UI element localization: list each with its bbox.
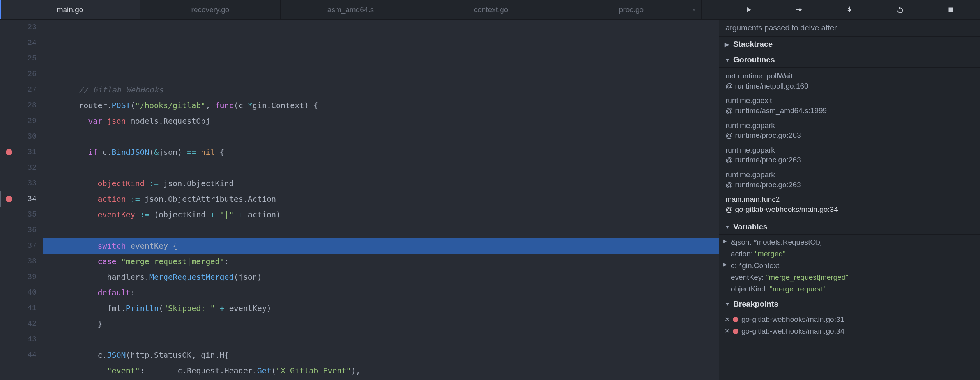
chevron-right-icon: ▶ bbox=[725, 41, 730, 48]
variable-value: *gin.Context bbox=[739, 261, 780, 270]
breakpoint-location: go-gitlab-webhooks/main.go:34 bbox=[741, 327, 844, 336]
line-number[interactable]: 25 bbox=[0, 51, 43, 66]
line-number[interactable]: 33 bbox=[0, 176, 43, 191]
line-number[interactable]: 31 bbox=[0, 144, 43, 160]
tab-recovery-go[interactable]: recovery.go bbox=[140, 0, 281, 19]
breakpoints-list: ✕go-gitlab-webhooks/main.go:31✕go-gitlab… bbox=[719, 312, 980, 339]
goroutine-item[interactable]: main.main.func2@ go-gitlab-webhooks/main… bbox=[719, 193, 980, 217]
line-number[interactable]: 35 bbox=[0, 207, 43, 222]
line-number[interactable]: 38 bbox=[0, 254, 43, 269]
code-line[interactable]: handlers.MergeRequestMerged(json) bbox=[43, 269, 719, 285]
code-line[interactable]: "event_key": eventKey, bbox=[43, 378, 719, 380]
tab-context-go[interactable]: context.go bbox=[421, 0, 561, 19]
goroutine-item[interactable]: runtime.gopark@ runtime/proc.go:263 bbox=[719, 119, 980, 144]
line-number[interactable]: 29 bbox=[0, 113, 43, 129]
line-number[interactable]: 37 bbox=[0, 238, 43, 254]
variable-row[interactable]: ▶&json: *models.RequestObj bbox=[719, 236, 980, 248]
remove-breakpoint-icon[interactable]: ✕ bbox=[725, 316, 730, 323]
code-line[interactable]: eventKey := (objectKind + "|" + action) bbox=[43, 207, 719, 222]
svg-rect-0 bbox=[949, 7, 953, 12]
variable-value: "merged" bbox=[755, 250, 785, 258]
tab-label: main.go bbox=[57, 5, 83, 14]
close-icon[interactable]: × bbox=[692, 6, 696, 13]
code-line[interactable]: default: bbox=[43, 285, 719, 300]
variables-header[interactable]: ▼ Variables bbox=[719, 219, 980, 235]
line-number[interactable]: 32 bbox=[0, 160, 43, 176]
code-line[interactable]: action := json.ObjectAttributes.Action bbox=[43, 191, 719, 207]
line-number[interactable]: 39 bbox=[0, 269, 43, 285]
line-number[interactable]: 34 bbox=[0, 191, 43, 207]
gutter: 2324252627282930313233343536373839404142… bbox=[0, 20, 43, 380]
stacktrace-label: Stacktrace bbox=[733, 40, 773, 49]
line-number[interactable]: 23 bbox=[0, 20, 43, 35]
code-line[interactable] bbox=[43, 222, 719, 238]
variable-name: eventKey: bbox=[731, 273, 764, 282]
goroutine-item[interactable]: runtime.gopark@ runtime/proc.go:263 bbox=[719, 168, 980, 193]
code-line[interactable]: // Gitlab WebHooks bbox=[43, 82, 719, 98]
code-line[interactable]: case "merge_request|merged": bbox=[43, 254, 719, 269]
goroutine-item[interactable]: runtime.gopark@ runtime/proc.go:263 bbox=[719, 144, 980, 168]
code-line[interactable]: "event": c.Request.Header.Get("X-Gitlab-… bbox=[43, 363, 719, 378]
code-line[interactable] bbox=[43, 129, 719, 144]
line-number[interactable]: 44 bbox=[0, 347, 43, 363]
line-number[interactable]: 30 bbox=[0, 129, 43, 144]
debug-args-info: arguments passed to delve after -- bbox=[719, 20, 980, 37]
goroutine-item[interactable]: net.runtime_pollWait@ runtime/netpoll.go… bbox=[719, 69, 980, 94]
line-number[interactable]: 27 bbox=[0, 82, 43, 98]
variable-row[interactable]: action: "merged" bbox=[719, 248, 980, 260]
breakpoints-label: Breakpoints bbox=[733, 300, 778, 309]
goroutines-label: Goroutines bbox=[733, 55, 775, 64]
chevron-down-icon: ▼ bbox=[725, 224, 730, 230]
variable-row[interactable]: ▶c: *gin.Context bbox=[719, 260, 980, 272]
code-line[interactable] bbox=[43, 160, 719, 176]
code-line[interactable]: var json models.RequestObj bbox=[43, 113, 719, 129]
line-number[interactable]: 41 bbox=[0, 300, 43, 316]
code-line[interactable]: if c.BindJSON(&json) == nil { bbox=[43, 144, 719, 160]
line-number[interactable]: 28 bbox=[0, 98, 43, 113]
breakpoint-location: go-gitlab-webhooks/main.go:31 bbox=[741, 315, 844, 324]
line-number[interactable]: 40 bbox=[0, 285, 43, 300]
line-number[interactable]: 24 bbox=[0, 35, 43, 51]
code-line[interactable]: c.JSON(http.StatusOK, gin.H{ bbox=[43, 347, 719, 363]
code-line[interactable] bbox=[43, 66, 719, 82]
code-line[interactable]: } bbox=[43, 316, 719, 332]
chevron-right-icon[interactable]: ▶ bbox=[723, 238, 729, 247]
code-line[interactable]: fmt.Println("Skipped: " + eventKey) bbox=[43, 300, 719, 316]
debug-panel: arguments passed to delve after -- ▶ Sta… bbox=[719, 0, 980, 380]
breakpoint-dot-icon bbox=[733, 317, 738, 322]
chevron-down-icon: ▼ bbox=[725, 57, 730, 63]
line-number[interactable]: 42 bbox=[0, 316, 43, 332]
restart-button[interactable] bbox=[892, 4, 908, 16]
line-number[interactable]: 26 bbox=[0, 66, 43, 82]
code-line[interactable]: router.POST("/hooks/gitlab", func(c *gin… bbox=[43, 98, 719, 113]
tab-asm_amd64-s[interactable]: asm_amd64.s bbox=[281, 0, 421, 19]
variable-row[interactable]: objectKind: "merge_request" bbox=[719, 283, 980, 295]
debug-toolbar bbox=[719, 0, 980, 20]
step-into-button[interactable] bbox=[842, 4, 857, 16]
code-line[interactable]: switch eventKey { bbox=[43, 238, 719, 254]
goroutine-item[interactable]: runtime.goexit@ runtime/asm_amd64.s:1999 bbox=[719, 94, 980, 119]
breakpoints-header[interactable]: ▼ Breakpoints bbox=[719, 297, 980, 312]
tab-bar: main.gorecovery.goasm_amd64.scontext.gop… bbox=[0, 0, 719, 20]
chevron-down-icon: ▼ bbox=[725, 301, 730, 307]
code-line[interactable]: objectKind := json.ObjectKind bbox=[43, 176, 719, 191]
tab-main-go[interactable]: main.go bbox=[0, 0, 140, 19]
line-number[interactable]: 43 bbox=[0, 332, 43, 347]
chevron-right-icon[interactable]: ▶ bbox=[723, 261, 729, 270]
remove-breakpoint-icon[interactable]: ✕ bbox=[725, 327, 730, 335]
code-line[interactable] bbox=[43, 332, 719, 347]
breakpoint-row[interactable]: ✕go-gitlab-webhooks/main.go:34 bbox=[719, 325, 980, 337]
variables-label: Variables bbox=[733, 222, 768, 231]
tab-proc-go[interactable]: proc.go× bbox=[561, 0, 702, 19]
breakpoint-dot-icon bbox=[733, 329, 738, 334]
step-over-button[interactable] bbox=[791, 4, 807, 16]
line-number[interactable]: 36 bbox=[0, 222, 43, 238]
code-area[interactable]: // Gitlab WebHooks router.POST("/hooks/g… bbox=[43, 20, 719, 380]
continue-button[interactable] bbox=[741, 4, 756, 16]
breakpoint-row[interactable]: ✕go-gitlab-webhooks/main.go:31 bbox=[719, 314, 980, 325]
stop-button[interactable] bbox=[943, 4, 959, 16]
variable-row[interactable]: eventKey: "merge_request|merged" bbox=[719, 272, 980, 283]
stacktrace-header[interactable]: ▶ Stacktrace bbox=[719, 37, 980, 52]
goroutines-header[interactable]: ▼ Goroutines bbox=[719, 52, 980, 68]
variable-value: "merge_request" bbox=[770, 285, 825, 293]
